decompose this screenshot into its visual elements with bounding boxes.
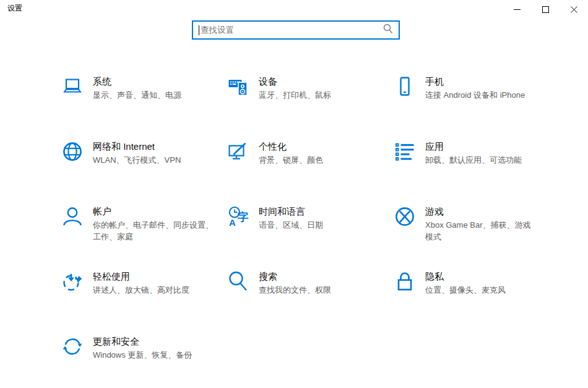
- tile-subtitle: 蓝牙、打印机、鼠标: [259, 89, 331, 101]
- text-caret: [199, 25, 199, 35]
- window-controls: [503, 0, 588, 19]
- search-placeholder: 查找设置: [201, 25, 379, 36]
- settings-search-input[interactable]: 查找设置: [192, 20, 400, 40]
- minimize-button[interactable]: [503, 0, 531, 19]
- devices-icon: [228, 76, 249, 97]
- personalization-icon: [228, 141, 249, 162]
- tile-ease-of-access[interactable]: 轻松使用 讲述人、放大镜、高对比度: [62, 268, 228, 333]
- laptop-icon: [62, 76, 83, 97]
- tile-title: 系统: [93, 75, 181, 88]
- xbox-icon: [394, 206, 415, 227]
- maximize-button[interactable]: [531, 0, 560, 19]
- tile-title: 隐私: [425, 270, 506, 283]
- tile-apps[interactable]: 应用 卸载、默认应用、可选功能: [394, 138, 580, 203]
- tile-subtitle: 查找我的文件、权限: [259, 284, 331, 296]
- tile-accounts[interactable]: 帐户 你的帐户、电子邮件、同步设置、工作、家庭: [62, 203, 228, 268]
- svg-text:字: 字: [238, 211, 249, 223]
- time-language-icon: 字 A: [228, 206, 249, 227]
- tile-devices[interactable]: 设备 蓝牙、打印机、鼠标: [228, 73, 394, 138]
- ease-of-access-icon: [62, 271, 83, 292]
- maximize-icon: [542, 6, 549, 13]
- close-button[interactable]: [560, 0, 588, 19]
- tile-subtitle: Windows 更新、恢复、备份: [93, 349, 192, 361]
- tile-title: 更新和安全: [93, 335, 192, 348]
- tile-network[interactable]: 网络和 Internet WLAN、飞行模式、VPN: [62, 138, 228, 203]
- tile-subtitle: 你的帐户、电子邮件、同步设置、工作、家庭: [93, 219, 220, 243]
- phone-icon: [394, 76, 415, 97]
- tile-subtitle: Xbox Game Bar、捕获、游戏模式: [425, 219, 532, 243]
- minimize-icon: [514, 6, 521, 13]
- tile-privacy[interactable]: 隐私 位置、摄像头、麦克风: [394, 268, 580, 333]
- tile-title: 搜索: [259, 270, 331, 283]
- tile-subtitle: 讲述人、放大镜、高对比度: [93, 284, 189, 296]
- tile-title: 帐户: [93, 205, 220, 218]
- tile-title: 手机: [425, 75, 525, 88]
- settings-category-grid: 系统 显示、声音、通知、电源 设备 蓝牙、打印机、鼠标: [62, 73, 580, 388]
- tile-time-language[interactable]: 字 A 时间和语言 语音、区域、日期: [228, 203, 394, 268]
- globe-icon: [62, 141, 83, 162]
- tile-title: 时间和语言: [259, 205, 323, 218]
- account-icon: [62, 206, 83, 227]
- tile-title: 个性化: [259, 140, 323, 153]
- tile-title: 网络和 Internet: [93, 140, 181, 153]
- tile-update-security[interactable]: 更新和安全 Windows 更新、恢复、备份: [62, 333, 228, 388]
- update-security-icon: [62, 336, 83, 357]
- tile-system[interactable]: 系统 显示、声音、通知、电源: [62, 73, 228, 138]
- tile-subtitle: 语音、区域、日期: [259, 219, 323, 231]
- tile-title: 轻松使用: [93, 270, 189, 283]
- tile-title: 游戏: [425, 205, 532, 218]
- tile-phone[interactable]: 手机 连接 Android 设备和 iPhone: [394, 73, 580, 138]
- close-icon: [571, 6, 577, 13]
- magnifier-icon: [383, 24, 393, 37]
- tile-gaming[interactable]: 游戏 Xbox Game Bar、捕获、游戏模式: [394, 203, 580, 268]
- tile-subtitle: 位置、摄像头、麦克风: [425, 284, 506, 296]
- tile-title: 设备: [259, 75, 331, 88]
- svg-text:A: A: [229, 217, 236, 227]
- tile-title: 应用: [425, 140, 522, 153]
- privacy-lock-icon: [394, 271, 415, 292]
- window-title: 设置: [7, 3, 22, 14]
- tile-personalization[interactable]: 个性化 背景、锁屏、颜色: [228, 138, 394, 203]
- titlebar: 设置: [0, 0, 588, 19]
- tile-subtitle: 卸载、默认应用、可选功能: [425, 154, 522, 166]
- tile-subtitle: 背景、锁屏、颜色: [259, 154, 323, 166]
- tile-subtitle: 显示、声音、通知、电源: [93, 89, 181, 101]
- tile-search[interactable]: 搜索 查找我的文件、权限: [228, 268, 394, 333]
- tile-subtitle: 连接 Android 设备和 iPhone: [425, 89, 525, 101]
- apps-icon: [394, 141, 415, 162]
- tile-subtitle: WLAN、飞行模式、VPN: [93, 154, 181, 166]
- search-icon: [228, 271, 249, 292]
